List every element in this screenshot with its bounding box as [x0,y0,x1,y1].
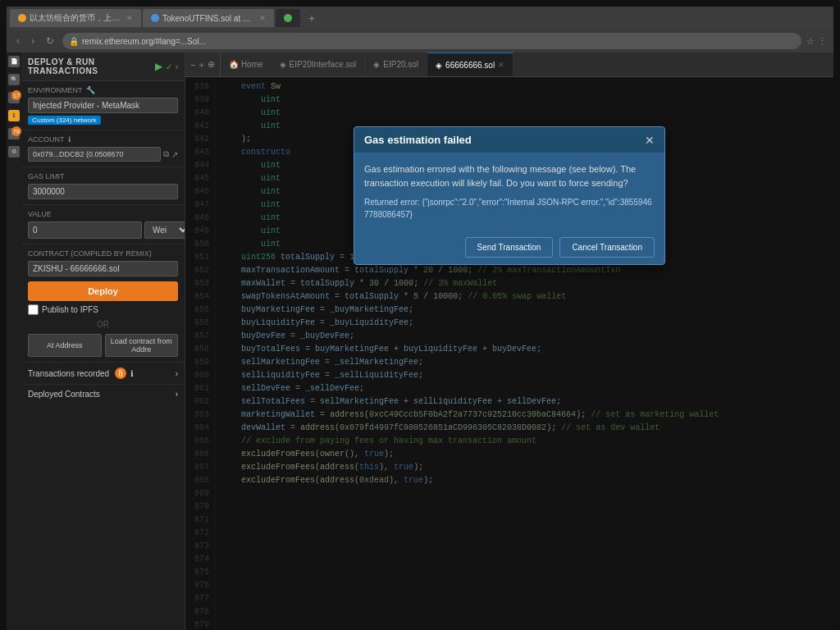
network-badge: Custom (324) network [28,116,101,125]
plugin-badge: 78 [11,126,21,136]
environment-label: ENVIRONMENT 🔧 [28,86,178,94]
send-transaction-button[interactable]: Send Transaction [465,237,554,258]
eip20interface-icon: ◈ [280,60,286,69]
deploy-run-panel: DEPLOY & RUN TRANSACTIONS ▶ ✓ › ENVIRONM… [21,52,185,630]
search-sidebar-icon[interactable]: 🔍 [8,74,20,85]
transactions-badge: 8 [115,368,126,379]
new-tab-button[interactable]: + [302,11,322,25]
back-button[interactable]: ‹ [13,34,23,48]
collapse-button[interactable]: › [176,62,178,71]
modal-message: Gas estimation errored with the followin… [364,162,655,189]
tab-66666666[interactable]: ◈ 66666666.sol ✕ [427,52,514,76]
forward-button[interactable]: › [28,34,38,48]
value-unit-select[interactable]: Wei Gwei Ether [144,221,185,239]
address-bar[interactable]: 🔒 remix.ethereum.org/#lang=...Sol... [62,33,801,49]
plugin-icon[interactable]: ⊕ 78 [8,128,20,139]
tab-favicon-3 [284,14,292,22]
account-link-button[interactable]: ↗ [171,150,178,159]
contract-select[interactable]: ZKISHU - 66666666.sol [28,261,178,276]
tab-66666666-close[interactable]: ✕ [498,61,504,69]
bookmark-button[interactable]: ☆ [806,36,815,47]
deploy-button[interactable]: Deploy [28,281,178,301]
environment-select[interactable]: Injected Provider - MetaMask [28,98,178,113]
gas-limit-input[interactable] [28,184,178,199]
panel-title: DEPLOY & RUN TRANSACTIONS [28,57,155,75]
icon-wrap-6: ⚙ [8,146,20,158]
monitor-frame: 以太坊组合的货币，上架Uni... ✕ TokenoUTFINS.sol at … [0,0,840,630]
value-row: Wei Gwei Ether [28,221,178,239]
address-text: remix.ethereum.org/#lang=...Sol... [82,37,206,46]
environment-section: ENVIRONMENT 🔧 Injected Provider - MetaMa… [21,81,185,130]
tab-eip20interface-label: EIP20Interface.sol [290,60,357,69]
deployed-contracts-label: Deployed Contracts [28,390,100,399]
remix-icon-bar: 📄 🔍 ⊙ 17 ⇩ ⊕ 78 [7,52,21,630]
value-label: VALUE [28,210,178,218]
tab-home[interactable]: 🏠 Home [221,52,272,76]
transactions-chevron: › [176,369,178,378]
tab-eip20interface[interactable]: ◈ EIP20Interface.sol [272,52,366,76]
modal-close-button[interactable]: ✕ [645,135,655,146]
zoom-in-button[interactable]: + [199,60,203,70]
tab-close-1[interactable]: ✕ [126,14,133,22]
modal-footer: Send Transaction Cancel Transaction [354,231,664,264]
git-badge: 17 [11,90,21,100]
value-input[interactable] [28,221,142,239]
settings-button[interactable]: ⋮ [818,36,827,47]
panel-header: DEPLOY & RUN TRANSACTIONS ▶ ✓ › [21,52,185,81]
deploy-sidebar-icon[interactable]: ⇩ [8,110,20,121]
icon-wrap-3: ⊙ 17 [8,92,20,103]
lock-icon: 🔒 [69,37,79,46]
publish-ipfs-checkbox[interactable] [28,304,39,315]
file-icon[interactable]: 📄 [8,56,20,67]
modal-header: Gas estimation failed ✕ [354,127,664,153]
contract-label: CONTRACT (Compiled by Remix) [28,249,178,258]
browser-tab-2[interactable]: TokenoUTFINS.sol at master... ✕ [143,9,274,27]
eip20-icon: ◈ [373,60,380,69]
browser-window: 以太坊组合的货币，上架Uni... ✕ TokenoUTFINS.sol at … [7,7,833,630]
gas-estimation-modal: Gas estimation failed ✕ Gas estimation e… [354,126,665,265]
tab-close-2[interactable]: ✕ [259,14,266,22]
home-icon: 🏠 [229,60,239,69]
contract-section: CONTRACT (Compiled by Remix) ZKISHU - 66… [21,244,185,363]
tab-eip20-label: EIP20.sol [383,60,418,69]
gas-limit-label: GAS LIMIT [28,172,178,180]
at-address-button[interactable]: At Address [28,334,102,357]
refresh-button[interactable]: ↻ [43,34,57,48]
main-content: 📄 🔍 ⊙ 17 ⇩ ⊕ 78 [7,52,833,630]
deployed-chevron: › [176,390,178,399]
account-label: ACCOUNT ℹ [28,135,178,144]
settings-sidebar-icon[interactable]: ⚙ [8,146,20,158]
editor-area: − + ⊕ 🏠 Home ◈ EIP20Interface.sol ◈ E [185,52,833,630]
account-input[interactable] [28,147,161,162]
tab-66666666-label: 66666666.sol [445,61,495,70]
copy-account-button[interactable]: ⧉ [163,149,169,159]
tab-controls: − + ⊕ [185,52,221,76]
address-buttons: At Address Load contract from Addre [28,334,178,357]
zoom-out-button[interactable]: − [190,60,195,70]
tab-eip20[interactable]: ◈ EIP20.sol [365,52,427,76]
66666666-icon: ◈ [436,61,442,70]
modal-title: Gas estimation failed [364,134,472,146]
zoom-search-button[interactable]: ⊕ [208,59,215,70]
code-editor: 838839840841 842843844845 846847848849 8… [185,77,833,630]
cancel-transaction-button[interactable]: Cancel Transaction [559,237,655,258]
load-contract-button[interactable]: Load contract from Addre [105,334,179,357]
tab-label-1: 以太坊组合的货币，上架Uni... [30,12,120,24]
deployed-contracts-row[interactable]: Deployed Contracts › [21,385,185,404]
icon-wrap-4: ⇩ [8,110,20,121]
icon-wrap-1: 📄 [8,56,20,67]
account-row: ⧉ ↗ [28,147,178,162]
run-button[interactable]: ▶ [155,61,162,72]
git-icon[interactable]: ⊙ 17 [8,92,20,103]
transactions-row[interactable]: Transactions recorded 8 ℹ › [21,363,185,385]
or-divider: OR [28,320,178,329]
account-info-icon: ℹ [68,135,71,144]
gas-limit-section: GAS LIMIT [21,167,185,205]
publish-ipfs-row: Publish to IPFS [28,304,178,315]
tab-favicon-2 [151,14,159,22]
transactions-label: Transactions recorded 8 ℹ [28,368,134,379]
panel-controls: ▶ ✓ › [155,61,178,72]
browser-tab-1[interactable]: 以太坊组合的货币，上架Uni... ✕ [10,9,141,27]
browser-tab-3[interactable] [276,9,300,27]
info-icon: ℹ [130,369,134,378]
